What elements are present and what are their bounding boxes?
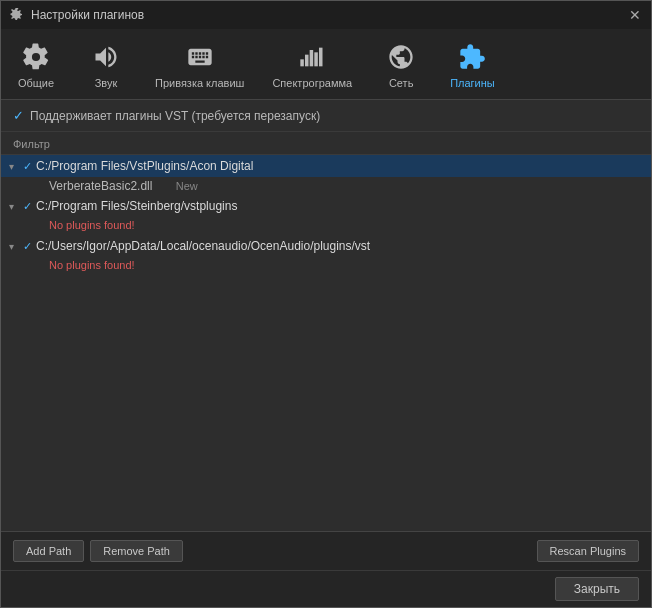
svg-rect-2 (310, 50, 314, 66)
toolbar-general-label: Общие (18, 77, 54, 89)
plugin-settings-window: Настройки плагинов ✕ Общие Звук (0, 0, 652, 608)
bottom-left-buttons: Add Path Remove Path (13, 540, 183, 562)
titlebar-left: Настройки плагинов (9, 7, 144, 23)
vst-checkmark: ✓ (13, 108, 24, 123)
dll-name-0: VerberateBasic2.dll (49, 179, 152, 193)
toolbar-item-general[interactable]: Общие (1, 37, 71, 93)
toolbar-item-keybinding[interactable]: Привязка клавиш (141, 37, 258, 93)
titlebar: Настройки плагинов ✕ (1, 1, 651, 29)
toolbar-item-plugins[interactable]: Плагины (436, 37, 509, 93)
new-badge-0: New (176, 180, 206, 192)
rescan-plugins-button[interactable]: Rescan Plugins (537, 540, 639, 562)
arrow-down-icon-1: ▾ (9, 201, 19, 212)
check-icon-0: ✓ (23, 160, 32, 173)
globe-icon (385, 41, 417, 73)
toolbar-item-spectrogram[interactable]: Спектрограмма (258, 37, 366, 93)
path-text-1: C:/Program Files/Steinberg/vstplugins (36, 199, 237, 213)
toolbar-keybinding-label: Привязка клавиш (155, 77, 244, 89)
window-title: Настройки плагинов (31, 8, 144, 22)
sub-item-0-0: VerberateBasic2.dll New (1, 177, 651, 195)
path-list: ▾ ✓ C:/Program Files/VstPlugins/Acon Dig… (1, 155, 651, 531)
toolbar-item-network[interactable]: Сеть (366, 37, 436, 93)
filter-label: Фильтр (1, 132, 651, 155)
vst-row: ✓ Поддерживает плагины VST (требуется пе… (1, 100, 651, 132)
vst-label: Поддерживает плагины VST (требуется пере… (30, 109, 320, 123)
sound-icon (90, 41, 122, 73)
path-block-2: ▾ ✓ C:/Users/Igor/AppData/Local/ocenaudi… (1, 235, 651, 275)
no-plugins-2: No plugins found! (1, 257, 651, 275)
toolbar: Общие Звук Привязка клавиш (1, 29, 651, 100)
bottom-bar: Add Path Remove Path Rescan Plugins (1, 531, 651, 570)
path-block-0: ▾ ✓ C:/Program Files/VstPlugins/Acon Dig… (1, 155, 651, 195)
path-row-1[interactable]: ▾ ✓ C:/Program Files/Steinberg/vstplugin… (1, 195, 651, 217)
toolbar-sound-label: Звук (95, 77, 118, 89)
arrow-down-icon-2: ▾ (9, 241, 19, 252)
no-plugins-1: No plugins found! (1, 217, 651, 235)
close-button[interactable]: Закрыть (555, 577, 639, 601)
path-row-2[interactable]: ▾ ✓ C:/Users/Igor/AppData/Local/ocenaudi… (1, 235, 651, 257)
svg-rect-1 (305, 55, 309, 67)
arrow-down-icon-0: ▾ (9, 161, 19, 172)
path-row-0[interactable]: ▾ ✓ C:/Program Files/VstPlugins/Acon Dig… (1, 155, 651, 177)
check-icon-2: ✓ (23, 240, 32, 253)
path-text-2: C:/Users/Igor/AppData/Local/ocenaudio/Oc… (36, 239, 370, 253)
path-text-0: C:/Program Files/VstPlugins/Acon Digital (36, 159, 253, 173)
titlebar-icon (9, 7, 25, 23)
toolbar-spectrogram-label: Спектрограмма (272, 77, 352, 89)
toolbar-plugins-label: Плагины (450, 77, 495, 89)
gear-icon (20, 41, 52, 73)
add-path-button[interactable]: Add Path (13, 540, 84, 562)
path-block-1: ▾ ✓ C:/Program Files/Steinberg/vstplugin… (1, 195, 651, 235)
close-window-button[interactable]: ✕ (627, 7, 643, 23)
svg-rect-4 (319, 48, 323, 67)
toolbar-network-label: Сеть (389, 77, 413, 89)
plugin-icon (456, 41, 488, 73)
close-bar: Закрыть (1, 570, 651, 607)
svg-rect-0 (301, 59, 305, 66)
svg-rect-3 (315, 52, 319, 66)
keyboard-icon (184, 41, 216, 73)
spectrum-icon (296, 41, 328, 73)
check-icon-1: ✓ (23, 200, 32, 213)
remove-path-button[interactable]: Remove Path (90, 540, 183, 562)
toolbar-item-sound[interactable]: Звук (71, 37, 141, 93)
